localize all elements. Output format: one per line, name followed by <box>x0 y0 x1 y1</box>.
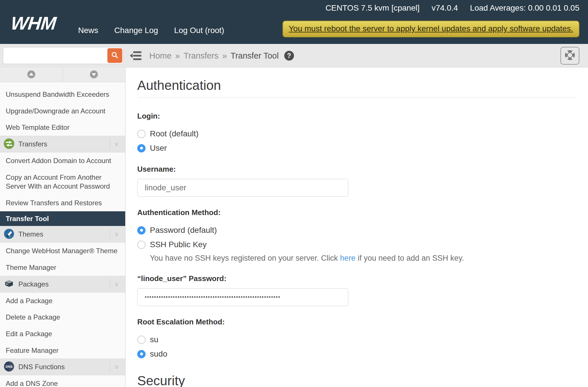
top-bar: WHM News Change Log Log Out (root) CENTO… <box>0 0 588 44</box>
reboot-alert-banner[interactable]: You must reboot the server to apply kern… <box>283 21 579 37</box>
transfers-icon <box>4 138 14 150</box>
chevron-down-icon[interactable]: ∨ <box>114 280 119 288</box>
username-field[interactable] <box>137 179 348 197</box>
sidebar-section-transfers[interactable]: Transfers ∨ <box>0 136 125 152</box>
system-info: CENTOS 7.5 kvm [cpanel] v74.0.4 Load Ave… <box>325 3 579 13</box>
login-radio-group: Root (default) User <box>137 129 577 153</box>
escalation-su-label: su <box>150 335 158 344</box>
chevron-down-icon[interactable]: ∨ <box>114 363 119 371</box>
arrow-down-icon <box>89 70 98 80</box>
radio-unchecked-icon[interactable] <box>137 130 146 138</box>
sidebar-item-add-a-package[interactable]: Add a Package <box>0 293 125 309</box>
ssh-note-text: if you need to add an SSH key. <box>355 254 464 262</box>
sidebar-item-unsuspend-bandwidth-exceeders[interactable]: Unsuspend Bandwidth Exceeders <box>0 86 125 103</box>
sidebar-item-theme-manager[interactable]: Theme Manager <box>0 259 125 276</box>
escalation-radio-group: su sudo <box>137 334 577 359</box>
nav-log-out[interactable]: Log Out (root) <box>174 26 224 35</box>
breadcrumb: Home » Transfers » Transfer Tool ? <box>149 44 294 67</box>
password-field[interactable] <box>137 288 348 306</box>
system-os: CENTOS 7.5 kvm [cpanel] <box>325 3 419 13</box>
system-version: v74.0.4 <box>432 3 458 13</box>
sidebar-section-themes[interactable]: Themes ∨ <box>0 226 125 243</box>
breadcrumb-transfers[interactable]: Transfers <box>184 51 218 61</box>
sidebar-item-transfer-tool[interactable]: Transfer Tool <box>0 211 125 226</box>
scroll-up-button[interactable] <box>0 68 63 82</box>
login-label: Login: <box>137 112 577 121</box>
auth-method-label: Authentication Method: <box>137 208 577 217</box>
breadcrumb-toolbar: Home » Transfers » Transfer Tool ? <box>0 44 588 67</box>
breadcrumb-separator: » <box>222 51 227 61</box>
chevron-down-icon[interactable]: ∨ <box>114 140 119 148</box>
svg-text:DNS: DNS <box>6 365 13 368</box>
collapse-sidebar-icon[interactable] <box>130 51 142 62</box>
sidebar-section-label: Transfers <box>18 140 47 148</box>
search-icon <box>111 51 119 60</box>
radio-checked-icon[interactable] <box>137 226 146 235</box>
password-label: “linode_user” Password: <box>137 274 577 283</box>
radio-unchecked-icon[interactable] <box>137 336 146 344</box>
help-icon[interactable]: ? <box>284 51 294 61</box>
chevron-down-icon[interactable]: ∨ <box>114 231 119 238</box>
breadcrumb-separator: » <box>175 51 180 61</box>
arrow-up-icon <box>27 70 36 80</box>
ssh-key-note: You have no SSH keys registered on your … <box>137 254 577 263</box>
life-ring-icon <box>563 49 577 63</box>
sidebar-item-review-transfers-restores[interactable]: Review Transfers and Restores <box>0 195 125 211</box>
sidebar-item-copy-account-password[interactable]: Copy an Account From Another Server With… <box>0 169 125 195</box>
system-load-averages: Load Averages: 0.00 0.01 0.05 <box>470 3 579 13</box>
packages-icon <box>4 278 14 290</box>
radio-unchecked-icon[interactable] <box>137 241 146 249</box>
radio-checked-icon[interactable] <box>137 144 146 152</box>
sidebar-scroll-controls <box>0 68 125 82</box>
login-root-label: Root (default) <box>150 129 199 138</box>
sidebar-item-web-template-editor[interactable]: Web Template Editor <box>0 119 125 136</box>
sidebar-item-add-a-dns-zone[interactable]: Add a DNS Zone <box>0 375 125 387</box>
radio-checked-icon[interactable] <box>137 350 146 358</box>
section-divider <box>137 97 577 97</box>
escalation-sudo-label: sudo <box>150 349 167 359</box>
sidebar-item-edit-a-package[interactable]: Edit a Package <box>0 326 125 342</box>
sidebar-section-dns-functions[interactable]: DNS DNS Functions ∨ <box>0 359 125 375</box>
auth-method-password-label: Password (default) <box>150 226 217 235</box>
auth-method-ssh-option[interactable]: SSH Public Key <box>137 239 577 250</box>
scroll-down-button[interactable] <box>63 68 125 82</box>
breadcrumb-home[interactable]: Home <box>149 51 171 61</box>
sidebar-section-label: DNS Functions <box>18 363 65 371</box>
search-input[interactable] <box>4 48 106 63</box>
sidebar-nav: Unsuspend Bandwidth Exceeders Upgrade/Do… <box>0 82 125 387</box>
whm-logo[interactable]: WHM <box>10 13 57 34</box>
security-heading: Security <box>137 373 577 387</box>
auth-method-radio-group: Password (default) SSH Public Key You ha… <box>137 225 577 263</box>
sidebar-search <box>3 47 123 64</box>
login-user-label: User <box>150 144 167 153</box>
sidebar-item-change-whm-theme[interactable]: Change WebHost Manager® Theme <box>0 243 125 259</box>
ssh-note-here-link[interactable]: here <box>340 254 355 262</box>
section-divider <box>110 362 110 372</box>
sidebar-section-label: Packages <box>18 280 49 288</box>
sidebar: Unsuspend Bandwidth Exceeders Upgrade/Do… <box>0 68 125 387</box>
nav-news[interactable]: News <box>78 26 98 35</box>
auth-method-password-option[interactable]: Password (default) <box>137 225 577 235</box>
sidebar-section-label: Themes <box>18 230 43 238</box>
sidebar-item-convert-addon-domain[interactable]: Convert Addon Domain to Account <box>0 152 125 169</box>
login-user-option[interactable]: User <box>137 143 577 153</box>
support-button[interactable] <box>560 47 579 65</box>
sidebar-section-packages[interactable]: Packages ∨ <box>0 276 125 293</box>
escalation-su-option[interactable]: su <box>137 334 577 345</box>
escalation-sudo-option[interactable]: sudo <box>137 349 577 359</box>
login-root-option[interactable]: Root (default) <box>137 129 577 139</box>
authentication-heading: Authentication <box>137 78 577 93</box>
top-nav: News Change Log Log Out (root) <box>78 26 224 35</box>
sidebar-item-feature-manager[interactable]: Feature Manager <box>0 342 125 359</box>
sidebar-item-upgrade-downgrade-account[interactable]: Upgrade/Downgrade an Account <box>0 103 125 119</box>
nav-change-log[interactable]: Change Log <box>114 26 158 35</box>
section-divider <box>110 229 110 239</box>
main-content: Authentication Login: Root (default) Use… <box>126 68 588 387</box>
ssh-note-text: You have no SSH keys registered on your … <box>150 254 340 262</box>
sidebar-item-delete-a-package[interactable]: Delete a Package <box>0 309 125 326</box>
search-button[interactable] <box>107 48 122 63</box>
section-divider <box>110 279 110 289</box>
dns-icon: DNS <box>4 361 14 373</box>
auth-method-ssh-label: SSH Public Key <box>150 240 207 249</box>
section-divider <box>110 139 110 149</box>
